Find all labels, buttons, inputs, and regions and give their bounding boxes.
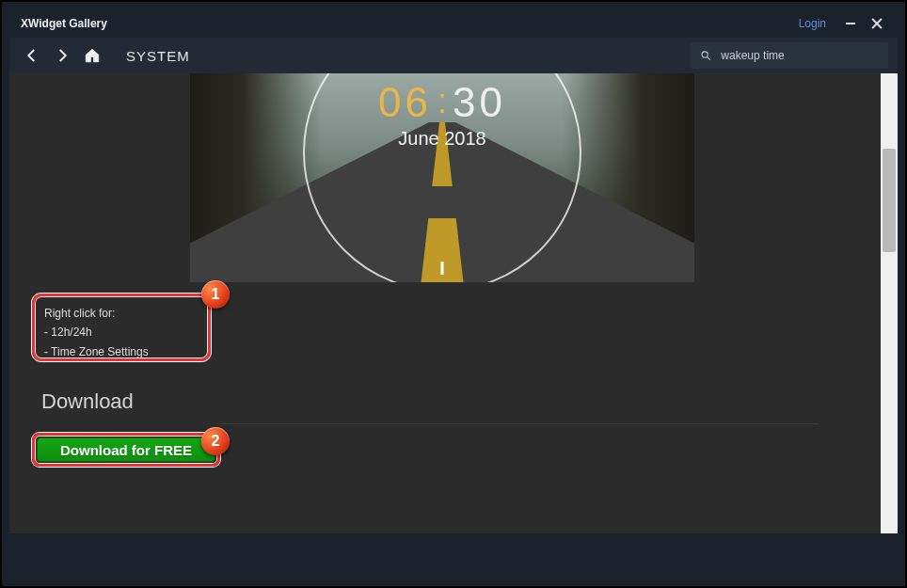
search-input[interactable] [721,49,879,62]
scroll-region: 06 : 30 June 2018 Right click for: - 12h… [9,73,898,533]
close-button[interactable] [864,14,890,33]
arrow-left-icon [24,47,40,64]
svg-line-4 [708,57,710,60]
download-heading: Download [41,389,134,414]
home-button[interactable] [79,42,105,69]
clock-month-label: June 2018 [398,128,485,150]
minimize-button[interactable] [837,14,864,33]
widget-preview-image: 06 : 30 June 2018 [190,73,694,282]
titlebar: XWidget Gallery Login [9,9,898,38]
clock-minutes: 30 [453,79,506,126]
clock-hours: 06 [378,79,432,126]
page-body: 06 : 30 June 2018 Right click for: - 12h… [9,73,881,533]
widget-description-box: Right click for: - 12h/24h - Time Zone S… [32,294,211,361]
separator [216,423,819,424]
clock-digits: 06 : 30 [378,79,506,126]
window-title: XWidget Gallery [17,17,107,30]
download-free-button[interactable]: Download for FREE [37,437,215,462]
forward-button[interactable] [49,42,75,69]
clock-tick [441,262,444,275]
annotation-badge-2: 2 [201,427,230,455]
content-area: 06 : 30 June 2018 Right click for: - 12h… [9,73,898,579]
search-icon [700,49,711,62]
svg-point-3 [702,52,708,57]
desc-line-1: Right click for: [44,304,199,323]
vertical-scrollbar[interactable] [881,73,898,533]
app-frame: XWidget Gallery Login SYSTEM [0,0,907,588]
toolbar: SYSTEM [9,38,898,73]
download-button-highlight: Download for FREE [32,433,220,467]
clock-colon: : [438,85,447,119]
close-icon [870,17,883,30]
minimize-icon [844,17,857,30]
desc-line-3: - Time Zone Settings [44,342,199,361]
search-box[interactable] [691,42,888,69]
app-window: XWidget Gallery Login SYSTEM [9,9,898,579]
desc-line-2: - 12h/24h [44,323,199,342]
login-link[interactable]: Login [799,17,826,30]
annotation-badge-1: 1 [201,280,230,309]
back-button[interactable] [19,42,45,69]
home-icon [84,47,101,64]
scroll-thumb[interactable] [883,149,896,252]
breadcrumb[interactable]: SYSTEM [126,48,190,64]
arrow-right-icon [54,47,71,64]
